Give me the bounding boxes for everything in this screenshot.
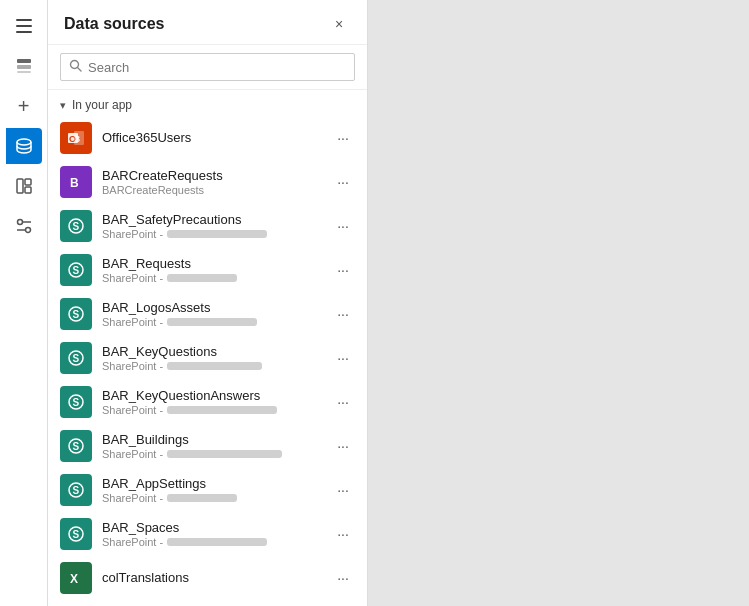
svg-text:3: 3: [75, 134, 80, 144]
more-options-button[interactable]: ···: [331, 478, 355, 502]
datasource-name: BAR_Buildings: [102, 432, 331, 447]
add-icon[interactable]: +: [6, 88, 42, 124]
datasource-name: BAR_KeyQuestions: [102, 344, 331, 359]
office365-icon: O3: [60, 122, 92, 154]
datasource-subtitle: SharePoint -: [102, 316, 331, 328]
datasource-name: BAR_KeyQuestionAnswers: [102, 388, 331, 403]
datasource-name: BAR_SafetyPrecautions: [102, 212, 331, 227]
svg-text:S: S: [73, 485, 80, 496]
bar-teal-icon: S: [60, 518, 92, 550]
datasource-subtitle: SharePoint -: [102, 228, 331, 240]
layers-icon[interactable]: [6, 48, 42, 84]
more-options-button[interactable]: ···: [331, 126, 355, 150]
datasource-name: BAR_AppSettings: [102, 476, 331, 491]
data-icon[interactable]: [6, 128, 42, 164]
svg-text:S: S: [73, 309, 80, 320]
datasource-name: BARCreateRequests: [102, 168, 331, 183]
more-options-button[interactable]: ···: [331, 566, 355, 590]
chevron-down-icon: ▾: [60, 99, 66, 112]
list-item[interactable]: SBAR_LogosAssetsSharePoint - ···: [48, 292, 367, 336]
data-sources-panel: Data sources × ▾ In your app O3Office365…: [48, 0, 368, 606]
list-item[interactable]: BBARCreateRequestsBARCreateRequests···: [48, 160, 367, 204]
svg-rect-3: [17, 59, 31, 63]
main-canvas-area: [368, 0, 749, 606]
more-options-button[interactable]: ···: [331, 346, 355, 370]
bar-teal-icon: S: [60, 342, 92, 374]
datasource-subtitle: SharePoint -: [102, 536, 331, 548]
svg-text:S: S: [73, 353, 80, 364]
datasource-name: BAR_Requests: [102, 256, 331, 271]
more-options-button[interactable]: ···: [331, 522, 355, 546]
svg-rect-9: [25, 187, 31, 193]
list-item[interactable]: XcolTranslations···: [48, 556, 367, 600]
list-item[interactable]: SBAR_RequestsSharePoint - ···: [48, 248, 367, 292]
svg-rect-4: [17, 65, 31, 69]
excel-green-icon: X: [60, 562, 92, 594]
more-options-button[interactable]: ···: [331, 170, 355, 194]
search-input[interactable]: [88, 60, 346, 75]
list-item[interactable]: SBAR_SpacesSharePoint - ···: [48, 512, 367, 556]
svg-line-15: [78, 68, 82, 72]
svg-text:B: B: [70, 176, 79, 190]
svg-rect-1: [16, 25, 32, 27]
section-header[interactable]: ▾ In your app: [48, 90, 367, 116]
svg-text:S: S: [73, 529, 80, 540]
list-item[interactable]: SBAR_KeyQuestionsSharePoint - ···: [48, 336, 367, 380]
datasource-subtitle: BARCreateRequests: [102, 184, 331, 196]
svg-point-6: [17, 139, 31, 145]
bar-teal-icon: S: [60, 210, 92, 242]
svg-point-11: [25, 228, 30, 233]
svg-rect-7: [17, 179, 23, 193]
bar-teal-icon: S: [60, 386, 92, 418]
bar-teal-icon: S: [60, 474, 92, 506]
left-navigation: +: [0, 0, 48, 606]
datasource-subtitle: SharePoint -: [102, 272, 331, 284]
list-item[interactable]: SBAR_KeyQuestionAnswersSharePoint - ···: [48, 380, 367, 424]
datasource-subtitle: SharePoint -: [102, 448, 331, 460]
svg-rect-2: [16, 31, 32, 33]
list-item[interactable]: SBAR_BuildingsSharePoint - ···: [48, 424, 367, 468]
more-options-button[interactable]: ···: [331, 302, 355, 326]
search-container: [48, 45, 367, 90]
list-item[interactable]: O3Office365Users···: [48, 116, 367, 160]
more-options-button[interactable]: ···: [331, 434, 355, 458]
more-options-button[interactable]: ···: [331, 214, 355, 238]
hamburger-menu-icon[interactable]: [6, 8, 42, 44]
search-box: [60, 53, 355, 81]
data-sources-list: O3Office365Users···BBARCreateRequestsBAR…: [48, 116, 367, 606]
datasource-name: Office365Users: [102, 130, 331, 145]
datasource-name: colTranslations: [102, 570, 331, 585]
bar-purple-icon: B: [60, 166, 92, 198]
svg-rect-0: [16, 19, 32, 21]
bar-teal-icon: S: [60, 430, 92, 462]
svg-text:X: X: [70, 572, 78, 586]
datasource-subtitle: SharePoint -: [102, 404, 331, 416]
svg-rect-8: [25, 179, 31, 185]
search-icon: [69, 59, 82, 75]
datasource-name: BAR_LogosAssets: [102, 300, 331, 315]
close-button[interactable]: ×: [327, 12, 351, 36]
svg-text:S: S: [73, 221, 80, 232]
svg-rect-5: [17, 71, 31, 73]
layout-icon[interactable]: [6, 168, 42, 204]
list-item[interactable]: SBAR_AppSettingsSharePoint - ···: [48, 468, 367, 512]
svg-text:S: S: [73, 397, 80, 408]
svg-text:S: S: [73, 265, 80, 276]
datasource-subtitle: SharePoint -: [102, 360, 331, 372]
svg-text:S: S: [73, 441, 80, 452]
svg-point-10: [17, 220, 22, 225]
section-label: In your app: [72, 98, 132, 112]
datasource-name: BAR_Spaces: [102, 520, 331, 535]
list-item[interactable]: SBAR_SafetyPrecautionsSharePoint - ···: [48, 204, 367, 248]
bar-teal-icon: S: [60, 254, 92, 286]
datasource-subtitle: SharePoint -: [102, 492, 331, 504]
more-options-button[interactable]: ···: [331, 390, 355, 414]
controls-icon[interactable]: [6, 208, 42, 244]
bar-teal-icon: S: [60, 298, 92, 330]
panel-header: Data sources ×: [48, 0, 367, 45]
more-options-button[interactable]: ···: [331, 258, 355, 282]
panel-title: Data sources: [64, 15, 165, 33]
